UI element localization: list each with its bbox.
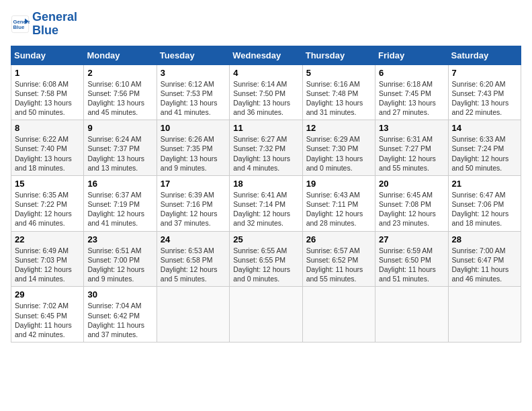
day-cell: 16 Sunrise: 6:37 AMSunset: 7:19 PMDaylig… <box>84 175 157 231</box>
day-number: 24 <box>161 234 226 244</box>
day-cell: 5 Sunrise: 6:16 AMSunset: 7:48 PMDayligh… <box>302 64 375 120</box>
day-cell: 18 Sunrise: 6:41 AMSunset: 7:14 PMDaylig… <box>230 175 302 231</box>
header-cell-thursday: Thursday <box>302 46 375 64</box>
day-number: 5 <box>306 68 371 78</box>
day-info: Sunrise: 7:00 AMSunset: 6:47 PMDaylight:… <box>452 246 509 283</box>
calendar-table: SundayMondayTuesdayWednesdayThursdayFrid… <box>11 46 521 342</box>
day-cell: 30 Sunrise: 7:04 AMSunset: 6:42 PMDaylig… <box>84 287 157 342</box>
day-cell <box>157 287 229 342</box>
day-number: 29 <box>15 289 80 300</box>
day-cell: 20 Sunrise: 6:45 AMSunset: 7:08 PMDaylig… <box>375 175 448 231</box>
day-cell: 4 Sunrise: 6:14 AMSunset: 7:50 PMDayligh… <box>230 64 302 120</box>
day-cell: 29 Sunrise: 7:02 AMSunset: 6:45 PMDaylig… <box>11 287 84 342</box>
day-number: 16 <box>87 179 152 189</box>
day-info: Sunrise: 6:43 AMSunset: 7:11 PMDaylight:… <box>306 191 363 228</box>
day-info: Sunrise: 6:16 AMSunset: 7:48 PMDaylight:… <box>306 80 363 117</box>
day-cell: 13 Sunrise: 6:31 AMSunset: 7:27 PMDaylig… <box>375 120 448 176</box>
day-info: Sunrise: 6:41 AMSunset: 7:14 PMDaylight:… <box>233 191 290 228</box>
header-cell-tuesday: Tuesday <box>157 46 229 64</box>
week-row-3: 15 Sunrise: 6:35 AMSunset: 7:22 PMDaylig… <box>11 175 521 231</box>
day-number: 23 <box>87 234 152 244</box>
day-number: 18 <box>233 179 298 189</box>
day-number: 20 <box>379 179 444 189</box>
day-cell: 9 Sunrise: 6:24 AMSunset: 7:37 PMDayligh… <box>84 120 157 176</box>
day-info: Sunrise: 7:02 AMSunset: 6:45 PMDaylight:… <box>15 302 72 338</box>
day-number: 22 <box>15 234 80 244</box>
logo: General Blue General Blue <box>11 11 77 38</box>
day-cell: 1 Sunrise: 6:08 AMSunset: 7:58 PMDayligh… <box>11 64 84 120</box>
header-cell-sunday: Sunday <box>11 46 84 64</box>
day-info: Sunrise: 6:59 AMSunset: 6:50 PMDaylight:… <box>379 246 436 283</box>
day-number: 3 <box>161 68 226 78</box>
day-info: Sunrise: 6:35 AMSunset: 7:22 PMDaylight:… <box>15 191 72 228</box>
day-cell: 8 Sunrise: 6:22 AMSunset: 7:40 PMDayligh… <box>11 120 84 176</box>
day-cell <box>302 287 375 342</box>
day-info: Sunrise: 6:45 AMSunset: 7:08 PMDaylight:… <box>379 191 436 228</box>
day-info: Sunrise: 6:24 AMSunset: 7:37 PMDaylight:… <box>87 135 144 172</box>
day-number: 15 <box>15 179 80 189</box>
day-info: Sunrise: 6:18 AMSunset: 7:45 PMDaylight:… <box>379 80 436 117</box>
day-info: Sunrise: 6:49 AMSunset: 7:03 PMDaylight:… <box>15 246 72 283</box>
day-info: Sunrise: 6:37 AMSunset: 7:19 PMDaylight:… <box>87 191 144 228</box>
day-number: 4 <box>233 68 298 78</box>
day-cell <box>448 287 521 342</box>
day-number: 19 <box>306 179 371 189</box>
day-info: Sunrise: 6:20 AMSunset: 7:43 PMDaylight:… <box>452 80 509 117</box>
day-cell: 2 Sunrise: 6:10 AMSunset: 7:56 PMDayligh… <box>84 64 157 120</box>
day-cell: 22 Sunrise: 6:49 AMSunset: 7:03 PMDaylig… <box>11 231 84 287</box>
day-cell: 15 Sunrise: 6:35 AMSunset: 7:22 PMDaylig… <box>11 175 84 231</box>
day-cell: 14 Sunrise: 6:33 AMSunset: 7:24 PMDaylig… <box>448 120 521 176</box>
day-cell: 6 Sunrise: 6:18 AMSunset: 7:45 PMDayligh… <box>375 64 448 120</box>
day-info: Sunrise: 6:08 AMSunset: 7:58 PMDaylight:… <box>15 80 72 117</box>
day-number: 10 <box>161 123 226 133</box>
day-info: Sunrise: 6:12 AMSunset: 7:53 PMDaylight:… <box>161 80 218 117</box>
day-number: 6 <box>379 68 444 78</box>
day-cell: 3 Sunrise: 6:12 AMSunset: 7:53 PMDayligh… <box>157 64 229 120</box>
day-info: Sunrise: 6:55 AMSunset: 6:55 PMDaylight:… <box>233 246 290 283</box>
day-info: Sunrise: 6:51 AMSunset: 7:00 PMDaylight:… <box>87 246 144 283</box>
day-number: 28 <box>452 234 517 244</box>
day-cell: 23 Sunrise: 6:51 AMSunset: 7:00 PMDaylig… <box>84 231 157 287</box>
logo-icon: General Blue <box>11 15 30 34</box>
day-info: Sunrise: 6:33 AMSunset: 7:24 PMDaylight:… <box>452 135 509 172</box>
svg-text:Blue: Blue <box>13 24 25 30</box>
day-number: 13 <box>379 123 444 133</box>
day-number: 26 <box>306 234 371 244</box>
day-cell: 28 Sunrise: 7:00 AMSunset: 6:47 PMDaylig… <box>448 231 521 287</box>
logo-text: General Blue <box>32 11 77 38</box>
day-number: 2 <box>87 68 152 78</box>
day-number: 25 <box>233 234 298 244</box>
header-cell-friday: Friday <box>375 46 448 64</box>
day-cell: 12 Sunrise: 6:29 AMSunset: 7:30 PMDaylig… <box>302 120 375 176</box>
day-cell: 21 Sunrise: 6:47 AMSunset: 7:06 PMDaylig… <box>448 175 521 231</box>
day-cell: 25 Sunrise: 6:55 AMSunset: 6:55 PMDaylig… <box>230 231 302 287</box>
day-info: Sunrise: 6:39 AMSunset: 7:16 PMDaylight:… <box>161 191 218 228</box>
day-info: Sunrise: 6:10 AMSunset: 7:56 PMDaylight:… <box>87 80 144 117</box>
day-number: 30 <box>87 289 152 300</box>
day-number: 14 <box>452 123 517 133</box>
day-cell: 24 Sunrise: 6:53 AMSunset: 6:58 PMDaylig… <box>157 231 229 287</box>
day-info: Sunrise: 6:26 AMSunset: 7:35 PMDaylight:… <box>161 135 218 172</box>
header-row: SundayMondayTuesdayWednesdayThursdayFrid… <box>11 46 521 64</box>
header-cell-monday: Monday <box>84 46 157 64</box>
week-row-1: 1 Sunrise: 6:08 AMSunset: 7:58 PMDayligh… <box>11 64 521 120</box>
day-number: 1 <box>15 68 80 78</box>
day-info: Sunrise: 6:57 AMSunset: 6:52 PMDaylight:… <box>306 246 363 283</box>
day-info: Sunrise: 6:27 AMSunset: 7:32 PMDaylight:… <box>233 135 290 172</box>
day-number: 17 <box>161 179 226 189</box>
day-info: Sunrise: 6:29 AMSunset: 7:30 PMDaylight:… <box>306 135 363 172</box>
day-cell <box>230 287 302 342</box>
week-row-2: 8 Sunrise: 6:22 AMSunset: 7:40 PMDayligh… <box>11 120 521 176</box>
day-number: 8 <box>15 123 80 133</box>
day-number: 7 <box>452 68 517 78</box>
header-cell-saturday: Saturday <box>448 46 521 64</box>
week-row-4: 22 Sunrise: 6:49 AMSunset: 7:03 PMDaylig… <box>11 231 521 287</box>
day-info: Sunrise: 6:31 AMSunset: 7:27 PMDaylight:… <box>379 135 436 172</box>
day-cell <box>375 287 448 342</box>
day-cell: 7 Sunrise: 6:20 AMSunset: 7:43 PMDayligh… <box>448 64 521 120</box>
page-header: General Blue General Blue <box>11 11 521 38</box>
day-cell: 27 Sunrise: 6:59 AMSunset: 6:50 PMDaylig… <box>375 231 448 287</box>
calendar-header: SundayMondayTuesdayWednesdayThursdayFrid… <box>11 46 521 64</box>
day-number: 21 <box>452 179 517 189</box>
day-cell: 26 Sunrise: 6:57 AMSunset: 6:52 PMDaylig… <box>302 231 375 287</box>
